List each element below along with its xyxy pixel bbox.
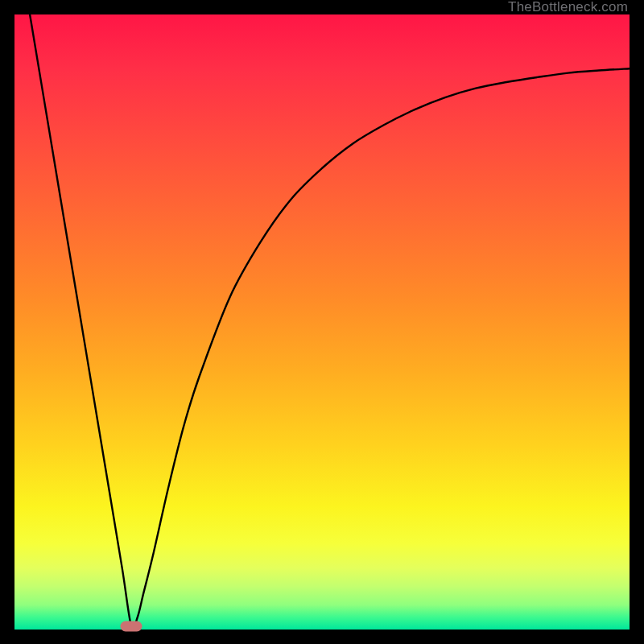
attribution-label: TheBottleneck.com [508, 0, 628, 14]
optimum-marker [121, 621, 142, 632]
bottleneck-curve [14, 14, 630, 630]
chart-frame: TheBottleneck.com [0, 0, 644, 644]
